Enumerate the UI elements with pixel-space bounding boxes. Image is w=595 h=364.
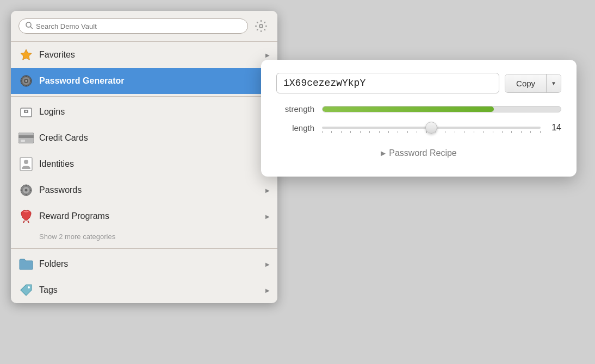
folders-label: Folders: [39, 259, 260, 269]
svg-point-7: [26, 80, 27, 82]
svg-marker-3: [21, 49, 32, 60]
credit-cards-label: Credit Cards: [39, 133, 260, 143]
identities-label: Identities: [39, 159, 260, 169]
svg-point-22: [25, 189, 28, 192]
svg-rect-16: [18, 135, 34, 138]
tags-label: Tags: [39, 285, 260, 295]
strength-label: strength: [276, 104, 314, 114]
search-icon: [26, 22, 33, 30]
svg-rect-17: [21, 140, 25, 142]
logins-icon: [18, 104, 34, 120]
copy-dropdown-button[interactable]: ▼: [546, 74, 561, 92]
gear-button[interactable]: [252, 17, 270, 35]
sidebar-item-identities[interactable]: Identities ▶: [11, 151, 277, 177]
strength-row: strength: [276, 104, 561, 114]
passwords-label: Passwords: [39, 185, 260, 195]
password-generator-label: Password Generator: [39, 76, 260, 86]
password-generator-icon: [18, 73, 34, 89]
logins-label: Logins: [39, 107, 260, 117]
section-divider-2: [11, 248, 277, 249]
password-recipe-row[interactable]: ▶ Password Recipe: [276, 145, 561, 161]
strength-bar-container: [322, 106, 561, 112]
length-label: length: [276, 123, 314, 133]
svg-line-1: [30, 27, 33, 29]
sidebar-item-passwords[interactable]: Passwords ▶: [11, 177, 277, 203]
passwords-arrow: ▶: [265, 187, 270, 193]
svg-point-2: [259, 24, 263, 28]
sidebar-item-reward-programs[interactable]: Reward Programs ▶: [11, 203, 277, 229]
reward-programs-arrow: ▶: [265, 214, 270, 219]
identities-icon: [18, 156, 34, 172]
favorites-arrow: ▶: [265, 52, 270, 58]
search-input[interactable]: [36, 22, 241, 30]
tags-arrow: ▶: [265, 287, 270, 293]
password-row: Copy ▼: [276, 73, 561, 93]
recipe-arrow-icon: ▶: [381, 149, 386, 157]
section-divider-1: [11, 96, 277, 97]
strength-bar-fill: [323, 106, 494, 112]
passwords-icon: [18, 183, 34, 198]
show-more-label: Show 2 more categories: [39, 233, 115, 241]
sidebar-item-credit-cards[interactable]: Credit Cards ▶: [11, 125, 277, 151]
length-slider-container: [322, 121, 541, 134]
search-bar: [11, 11, 277, 41]
password-generator-popup: Copy ▼ strength length: [261, 60, 577, 177]
search-input-wrapper: [18, 18, 248, 34]
sidebar-item-folders[interactable]: Folders ▶: [11, 251, 277, 277]
copy-button[interactable]: Copy: [505, 74, 546, 92]
sidebar-item-password-generator[interactable]: Password Generator ▶: [11, 68, 277, 94]
svg-point-14: [26, 111, 27, 112]
star-icon: [18, 47, 34, 62]
svg-line-27: [23, 221, 24, 223]
folders-arrow: ▶: [265, 261, 270, 267]
credit-cards-icon: [18, 130, 34, 146]
reward-programs-icon: [18, 209, 34, 224]
generated-password-field[interactable]: [276, 73, 499, 93]
show-more-categories[interactable]: Show 2 more categories: [11, 229, 277, 246]
sidebar-item-tags[interactable]: Tags ▶: [11, 277, 277, 303]
sidebar-item-favorites[interactable]: Favorites ▶: [11, 42, 277, 68]
sidebar-item-logins[interactable]: Logins ▶: [11, 99, 277, 125]
favorites-label: Favorites: [39, 50, 260, 60]
svg-line-28: [28, 221, 29, 223]
tags-icon: [18, 283, 34, 298]
sidebar: Favorites ▶ Password Generator ▶: [11, 11, 277, 303]
reward-programs-label: Reward Programs: [39, 211, 260, 221]
svg-point-19: [24, 160, 28, 164]
password-recipe-label: Password Recipe: [389, 148, 457, 158]
length-row: length 14: [276, 121, 561, 134]
svg-point-29: [28, 286, 30, 288]
folders-icon: [18, 256, 34, 272]
length-value: 14: [548, 123, 561, 133]
copy-button-group: Copy ▼: [505, 74, 561, 93]
